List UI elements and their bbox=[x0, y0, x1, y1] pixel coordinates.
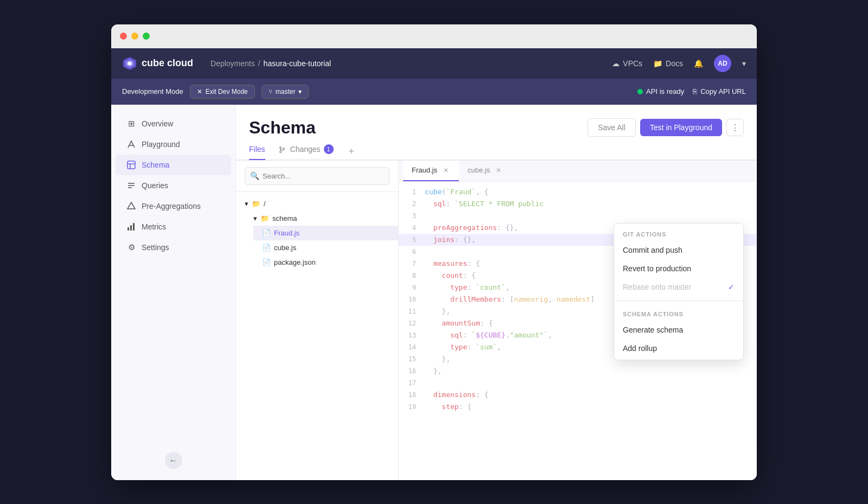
tree-item-schema[interactable]: ▾ 📁 schema ··· bbox=[245, 211, 398, 226]
file-search-input[interactable] bbox=[245, 167, 390, 185]
tree-item-package-json[interactable]: 📄 package.json ··· bbox=[253, 255, 398, 270]
sidebar-item-schema[interactable]: Schema bbox=[116, 155, 231, 175]
cloud-icon: ☁ bbox=[612, 59, 620, 68]
add-tab-button[interactable]: + bbox=[349, 146, 355, 157]
close-fraud-tab-button[interactable]: ✕ bbox=[442, 166, 450, 175]
commit-and-push-item[interactable]: Commit and push bbox=[614, 241, 743, 259]
file-panel: 🔍 ▾ 📁 / ··· ▾ bbox=[236, 161, 399, 480]
logo-icon bbox=[122, 56, 137, 71]
exit-dev-mode-button[interactable]: ✕ Exit Dev Mode bbox=[190, 85, 255, 99]
copy-api-label: Copy API URL bbox=[700, 87, 746, 95]
docs-link[interactable]: 📁 Docs bbox=[653, 59, 683, 68]
editor-tab-fraud-js[interactable]: Fraud.js ✕ bbox=[403, 161, 459, 181]
git-actions-dropdown: GIT ACTIONS Commit and push Revert to pr… bbox=[614, 223, 744, 360]
sidebar-item-label-metrics: Metrics bbox=[142, 222, 166, 231]
tree-item-cube-js[interactable]: 📄 cube.js ··· bbox=[253, 240, 398, 255]
git-actions-section: GIT ACTIONS Commit and push Revert to pr… bbox=[614, 224, 743, 298]
sidebar-item-label-pre-aggregations: Pre-Aggregations bbox=[142, 202, 201, 210]
vpcs-label: VPCs bbox=[623, 59, 642, 68]
top-nav: cube cloud Deployments / hasura-cube-tut… bbox=[111, 48, 757, 79]
tab-files[interactable]: Files bbox=[249, 145, 265, 160]
close-cube-tab-button[interactable]: ✕ bbox=[494, 166, 503, 175]
breadcrumb-prefix[interactable]: Deployments bbox=[210, 59, 255, 68]
branch-button[interactable]: ⑂ master ▾ bbox=[261, 85, 309, 99]
tree-label-schema: schema bbox=[272, 214, 297, 222]
revert-to-production-item[interactable]: Revert to production bbox=[614, 259, 743, 278]
file-fraud-icon: 📄 bbox=[262, 229, 271, 237]
collapse-icon: ▾ bbox=[245, 200, 248, 208]
sidebar-item-overview[interactable]: ⊞ Overview bbox=[116, 113, 231, 134]
svg-rect-12 bbox=[130, 225, 132, 231]
overview-icon: ⊞ bbox=[126, 119, 136, 129]
schema-icon bbox=[126, 160, 136, 170]
title-bar bbox=[111, 24, 757, 48]
dropdown-divider bbox=[614, 301, 743, 301]
code-line-17: 17 bbox=[399, 377, 757, 389]
sidebar-item-label-queries: Queries bbox=[142, 181, 168, 190]
schema-actions-section-label: SCHEMA ACTIONS bbox=[614, 309, 743, 321]
app-window: cube cloud Deployments / hasura-cube-tut… bbox=[111, 24, 757, 480]
notifications-icon[interactable]: 🔔 bbox=[694, 59, 703, 68]
schema-actions: Save All Test in Playground ⋮ bbox=[588, 118, 744, 137]
save-all-button[interactable]: Save All bbox=[588, 118, 636, 137]
git-branch-icon bbox=[278, 144, 287, 153]
tab-changes-label: Changes bbox=[290, 145, 321, 154]
svg-rect-4 bbox=[127, 161, 135, 169]
tab-files-label: Files bbox=[249, 145, 265, 154]
tree-item-root[interactable]: ▾ 📁 / ··· bbox=[236, 196, 398, 211]
api-ready-label: API is ready bbox=[646, 87, 684, 95]
editor-tab-cube-js[interactable]: cube.js ✕ bbox=[459, 161, 512, 181]
tree-item-fraud-js[interactable]: 📄 Fraud.js ··· bbox=[253, 226, 398, 240]
search-icon: 🔍 bbox=[250, 171, 259, 180]
docs-label: Docs bbox=[666, 59, 683, 68]
logo-text: cube cloud bbox=[142, 58, 193, 69]
x-icon: ✕ bbox=[197, 88, 202, 95]
svg-point-15 bbox=[279, 151, 281, 152]
copy-api-url-button[interactable]: ⎘ Copy API URL bbox=[693, 87, 746, 95]
svg-point-14 bbox=[279, 146, 281, 148]
tree-label-cube-js: cube.js bbox=[274, 244, 296, 252]
settings-icon: ⚙ bbox=[126, 243, 136, 252]
minimize-window-button[interactable] bbox=[131, 33, 138, 40]
schema-tabs: Files Changes 1 + bbox=[236, 138, 757, 161]
code-line-19: 19 step: { bbox=[399, 401, 757, 413]
svg-rect-13 bbox=[133, 223, 135, 231]
code-line-1: 1 cube(`Fraud`, { bbox=[399, 186, 757, 198]
collapse-arrow-icon: ← bbox=[169, 456, 178, 465]
close-window-button[interactable] bbox=[120, 33, 127, 40]
vpcs-link[interactable]: ☁ VPCs bbox=[612, 59, 642, 68]
sidebar-item-metrics[interactable]: Metrics bbox=[116, 216, 231, 237]
more-options-button[interactable]: ⋮ bbox=[726, 119, 744, 136]
api-status: API is ready bbox=[637, 87, 684, 95]
sidebar-collapse-button[interactable]: ← bbox=[165, 452, 182, 469]
rebase-onto-master-item[interactable]: Rebase onto master ✓ bbox=[614, 278, 743, 296]
sidebar-item-queries[interactable]: Queries bbox=[116, 175, 231, 196]
nav-right: ☁ VPCs 📁 Docs 🔔 AD ▾ bbox=[612, 55, 746, 72]
folder-icon: 📁 bbox=[653, 59, 662, 68]
git-actions-section-label: GIT ACTIONS bbox=[614, 229, 743, 241]
logo[interactable]: cube cloud bbox=[122, 56, 193, 71]
sidebar: ⊞ Overview Playground bbox=[111, 105, 236, 480]
tab-changes[interactable]: Changes 1 bbox=[278, 144, 334, 161]
folder-root-icon: 📁 bbox=[252, 200, 260, 208]
page-title: Schema bbox=[249, 118, 316, 138]
sidebar-item-label-settings: Settings bbox=[142, 243, 169, 252]
add-rollup-item[interactable]: Add rollup bbox=[614, 339, 743, 358]
test-in-playground-button[interactable]: Test in Playground bbox=[640, 119, 722, 136]
tree-label-fraud-js: Fraud.js bbox=[274, 229, 299, 237]
maximize-window-button[interactable] bbox=[143, 33, 150, 40]
generate-schema-item[interactable]: Generate schema bbox=[614, 321, 743, 339]
breadcrumb-current[interactable]: hasura-cube-tutorial bbox=[264, 59, 331, 68]
playground-icon bbox=[126, 139, 136, 149]
sidebar-item-settings[interactable]: ⚙ Settings bbox=[116, 237, 231, 258]
sidebar-item-pre-aggregations[interactable]: Pre-Aggregations bbox=[116, 196, 231, 216]
code-line-3: 3 bbox=[399, 210, 757, 222]
sidebar-item-playground[interactable]: Playground bbox=[116, 134, 231, 155]
avatar[interactable]: AD bbox=[714, 55, 731, 72]
code-line-2: 2 sql: `SELECT * FROM public bbox=[399, 198, 757, 210]
tree-label-package-json: package.json bbox=[274, 258, 316, 266]
editor-tab-fraud-label: Fraud.js bbox=[412, 166, 437, 174]
svg-rect-11 bbox=[127, 227, 129, 231]
account-chevron[interactable]: ▾ bbox=[742, 59, 746, 68]
editor-tab-cube-label: cube.js bbox=[468, 166, 490, 174]
